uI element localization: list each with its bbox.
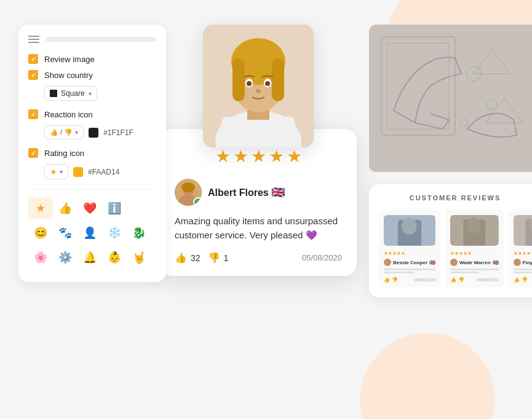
mini-flag-1: 🇬🇧 [429, 260, 435, 265]
svg-point-29 [402, 218, 416, 235]
icon-flower[interactable]: 🌸 [28, 246, 53, 268]
chevron-down-icon: ▾ [89, 90, 92, 97]
thumbs-up-icon: 👍 [175, 252, 187, 264]
icon-thumbsup[interactable]: 👍 [53, 197, 77, 219]
mini-flag-2: 🇬🇧 [493, 260, 499, 265]
reaction-icon-row: Reaction icon [28, 109, 156, 119]
mini-image-1 [384, 215, 435, 246]
middle-section: ★ ★ ★ ★ ★ ✓ Albert Flores [160, 25, 357, 276]
mini-thumbdown-3: 👎 [522, 277, 528, 283]
hamburger-icon[interactable] [28, 36, 39, 43]
review-image-label: Review image [44, 55, 95, 64]
icon-grid: ★ 👍 ❤️ ℹ️ 😊 🐾 👤 ❄️ 🐉 🌸 ⚙️ 🔔 👶 🤘 [28, 189, 156, 268]
mini-avatar-3 [514, 259, 521, 266]
mini-thumbup-1: 👍 [384, 277, 390, 283]
mini-avatar-2 [450, 259, 458, 266]
svg-point-16 [181, 182, 195, 192]
icon-snowflake[interactable]: ❄️ [102, 222, 127, 244]
star-5: ★ [287, 146, 302, 166]
icon-person[interactable]: 👤 [77, 222, 102, 244]
mini-line-short [384, 272, 415, 273]
mini-line [514, 268, 532, 270]
review-text: Amazing quality items and unsurpassed cu… [175, 214, 342, 242]
mini-review-card-3: ★★★★★ Floyd Miles 🇬🇧 👍 👎 05/08/ [509, 210, 532, 288]
mini-date-1: 05/08/2020 [414, 278, 435, 282]
mini-star: ★★★★★ [450, 251, 472, 256]
rating-color-swatch[interactable] [73, 167, 83, 177]
reaction-dropdown-row: 👍 / 👎 ▾ #1F1F1F [28, 125, 156, 139]
shape-dropdown-row: Square ▾ [28, 86, 156, 101]
rating-color-label: #FAAD14 [88, 168, 119, 176]
likes-group: 👍 32 [175, 252, 200, 264]
icon-info[interactable]: ℹ️ [102, 197, 127, 219]
icon-row-2: 😊 🐾 👤 ❄️ 🐉 [28, 222, 156, 244]
mini-reviewer-1: Bessie Cooper 🇬🇧 [384, 259, 435, 266]
reaction-icon-checkbox[interactable] [28, 109, 38, 119]
mini-image-3 [514, 215, 532, 246]
mini-avatar-1 [384, 259, 391, 266]
rating-type-dropdown[interactable]: ★ ▾ [44, 164, 68, 179]
shape-dropdown[interactable]: Square ▾ [44, 86, 97, 101]
reaction-chevron-icon: ▾ [75, 129, 78, 136]
mini-star: ★★★★★ [514, 251, 532, 256]
icon-heart[interactable]: ❤️ [77, 197, 102, 219]
stars-row: ★ ★ ★ ★ ★ [175, 146, 342, 166]
rating-icon-label: Rating icon [44, 149, 84, 158]
mini-line-short [514, 272, 532, 273]
mini-stars-1: ★★★★★ [384, 251, 435, 256]
mini-name-2: Wade Warren [459, 260, 491, 265]
icon-paw[interactable]: 🐾 [53, 222, 77, 244]
icon-rock[interactable]: 🤘 [127, 246, 151, 268]
icon-row-3: 🌸 ⚙️ 🔔 👶 🤘 [28, 246, 156, 268]
main-container: Review image Show country Square ▾ React… [0, 0, 532, 419]
icon-bell[interactable]: 🔔 [77, 246, 102, 268]
mini-line [384, 268, 435, 270]
mini-text-2 [450, 268, 499, 273]
icon-dragon[interactable]: 🐉 [127, 222, 151, 244]
mini-reviewer-2: Wade Warren 🇬🇧 [450, 259, 499, 266]
mini-thumbdown-1: 👎 [392, 277, 398, 283]
show-country-checkbox[interactable] [28, 70, 38, 80]
reviewer-name-container: Albert Flores 🇬🇧 [208, 186, 285, 199]
star-4: ★ [269, 146, 284, 166]
search-bar-placeholder [46, 37, 156, 42]
mini-line-short [450, 272, 479, 273]
customer-reviews-section: CUSTOMER REVIEWS ★★★★★ [369, 184, 532, 297]
right-section: CUSTOMER REVIEWS ★★★★★ [369, 25, 532, 297]
rating-icon-row: Rating icon [28, 148, 156, 158]
person-image-container [203, 25, 314, 147]
dislikes-group: 👎 1 [208, 252, 229, 264]
svg-rect-2 [221, 117, 295, 147]
icon-star[interactable]: ★ [28, 197, 53, 219]
reaction-type-dropdown[interactable]: 👍 / 👎 ▾ [44, 125, 84, 139]
icon-baby[interactable]: 👶 [102, 246, 127, 268]
mini-star: ★★★★★ [384, 251, 405, 256]
panel-header [28, 36, 156, 43]
mini-line [450, 268, 499, 270]
reviews-grid: ★★★★★ Bessie Cooper 🇬🇧 👍 👎 05/0 [379, 210, 531, 288]
rating-dropdown-row: ★ ▾ #FAAD14 [28, 164, 156, 179]
dislikes-count: 1 [224, 253, 229, 263]
mini-thumbup-2: 👍 [450, 277, 456, 283]
mini-thumbup-3: 👍 [514, 277, 520, 283]
reaction-color-swatch[interactable] [89, 128, 98, 138]
review-card: ★ ★ ★ ★ ★ ✓ Albert Flores [160, 129, 357, 276]
show-country-row: Show country [28, 70, 156, 80]
icon-row-1: ★ 👍 ❤️ ℹ️ [28, 197, 156, 219]
square-shape-icon [50, 90, 57, 97]
mini-stars-3: ★★★★★ [514, 251, 532, 256]
svg-point-32 [467, 217, 481, 233]
mini-reactions-2: 👍 👎 05/08/2020 [450, 277, 499, 283]
svg-point-10 [247, 81, 252, 86]
person-image [203, 25, 314, 147]
svg-point-12 [256, 89, 261, 93]
show-country-label: Show country [44, 71, 93, 80]
rating-icon-checkbox[interactable] [28, 148, 38, 158]
mini-reactions-1: 👍 👎 05/08/2020 [384, 277, 435, 283]
icon-gear[interactable]: ⚙️ [53, 246, 77, 268]
svg-point-11 [265, 81, 270, 86]
rating-chevron-icon: ▾ [60, 168, 63, 175]
icon-smile[interactable]: 😊 [28, 222, 53, 244]
review-image-checkbox[interactable] [28, 54, 38, 64]
avatar: ✓ [175, 179, 202, 206]
